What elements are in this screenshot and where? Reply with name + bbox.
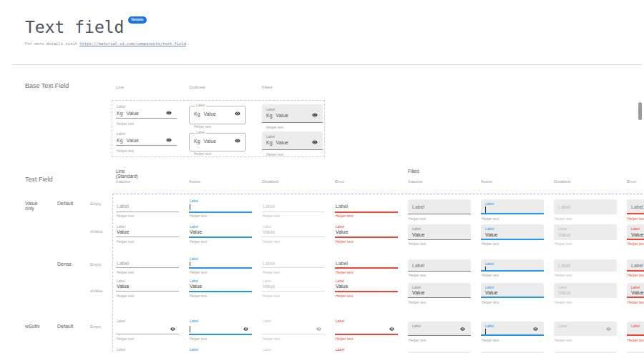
filled-box: LabelKgValue xyxy=(262,131,323,150)
underline xyxy=(116,118,177,119)
helper-text: Helper text xyxy=(263,294,280,298)
text-field-line-active-wsufix-wvalue[interactable]: LabelValueHelper text xyxy=(189,347,252,353)
base-field-filled-2[interactable]: LabelKgValueHelper text xyxy=(262,131,323,158)
text-field-line-disabled-default-empty[interactable]: LabelHelper text xyxy=(262,198,325,219)
text-field-line-inactive-wsufix-empty[interactable]: LabelHelper text xyxy=(116,318,179,342)
helper-text: Helper text xyxy=(628,242,644,246)
field-value-text: Value xyxy=(127,111,139,116)
text-field-line-active-dense-wvalue[interactable]: LabelValueHelper text xyxy=(189,278,252,299)
text-field-line-disabled-wsufix-empty[interactable]: LabelHelper text xyxy=(262,318,325,342)
text-field-filled-disabled-default-wvalue[interactable]: LabelValueHelper text xyxy=(554,224,617,247)
text-field-filled-disabled-wsufix-empty[interactable]: LabelHelper text xyxy=(554,322,617,344)
visibility-icon[interactable] xyxy=(312,139,318,145)
helper-text: Helper text xyxy=(190,270,207,274)
visibility-icon[interactable] xyxy=(170,327,175,332)
text-field-line-disabled-default-wvalue[interactable]: LabelValueHelper text xyxy=(262,224,325,245)
group-header-line: Line (Standard) xyxy=(116,169,138,179)
base-field-outlined-2[interactable]: LabelKgValueHelper text xyxy=(189,130,246,157)
filled-box: Label xyxy=(408,199,471,214)
helper-text: Helper text xyxy=(482,338,499,342)
scrollbar-thumb[interactable] xyxy=(638,102,642,120)
text-field-filled-inactive-default-empty[interactable]: LabelHelper text xyxy=(408,199,471,222)
text-field-line-error-default-wvalue[interactable]: LabelValueHelper text xyxy=(335,224,398,245)
text-field-line-disabled-dense-wvalue[interactable]: LabelValueHelper text xyxy=(262,278,325,299)
helper-text: Helper text xyxy=(482,273,499,277)
text-field-filled-active-dense-wvalue[interactable]: LabelValueHelper text xyxy=(481,283,544,306)
underline xyxy=(116,237,179,237)
visibility-icon[interactable] xyxy=(389,327,394,332)
text-field-line-error-dense-wvalue[interactable]: LabelValueHelper text xyxy=(335,278,398,299)
field-label: Label xyxy=(485,202,494,206)
text-field-line-active-dense-empty[interactable]: LabelHelper text xyxy=(189,256,252,276)
field-label: Label xyxy=(263,261,275,267)
text-field-line-inactive-dense-wvalue[interactable]: LabelValueHelper text xyxy=(116,278,179,299)
text-field-filled-active-dense-empty[interactable]: LabelHelper text xyxy=(481,259,544,279)
visibility-icon[interactable] xyxy=(235,138,240,144)
docs-link[interactable]: https://material-ui.com/components/text-… xyxy=(79,41,186,46)
text-field-filled-inactive-dense-wvalue[interactable]: LabelValueHelper text xyxy=(408,283,471,306)
text-field-filled-error-wsufix-empty[interactable]: LabelHelper text xyxy=(627,322,644,344)
helper-text: Helper text xyxy=(263,337,280,341)
field-label: Label xyxy=(263,347,271,352)
field-value: Value xyxy=(412,290,424,296)
text-field-line-active-wsufix-empty[interactable]: LabelHelper text xyxy=(189,318,252,342)
text-field-filled-disabled-dense-wvalue[interactable]: LabelValueHelper text xyxy=(554,283,617,306)
visibility-icon[interactable] xyxy=(243,327,248,332)
visibility-icon[interactable] xyxy=(606,327,611,332)
base-field-line-2[interactable]: LabelKgValueHelper text xyxy=(116,131,177,154)
filled-box: LabelValue xyxy=(627,283,644,298)
underline xyxy=(116,212,179,212)
field-value: KgValue xyxy=(266,140,288,146)
field-label: Label xyxy=(190,257,198,261)
base-field-outlined-1[interactable]: LabelKgValueHelper text xyxy=(189,103,246,130)
visibility-icon[interactable] xyxy=(312,112,318,118)
visibility-icon[interactable] xyxy=(166,110,172,116)
underline xyxy=(262,291,325,292)
text-field-filled-active-default-empty[interactable]: LabelHelper text xyxy=(481,199,544,222)
text-field-line-disabled-wsufix-wvalue[interactable]: LabelValueHelper text xyxy=(262,347,325,353)
text-field-line-inactive-default-wvalue[interactable]: LabelValueHelper text xyxy=(116,224,179,245)
underline xyxy=(189,291,252,292)
text-field-filled-disabled-dense-empty[interactable]: LabelHelper text xyxy=(554,259,617,279)
text-field-filled-disabled-default-empty[interactable]: LabelHelper text xyxy=(554,199,617,222)
underline xyxy=(189,267,252,269)
text-field-line-error-default-empty[interactable]: LabelHelper text xyxy=(335,198,398,219)
visibility-icon[interactable] xyxy=(166,137,172,143)
visibility-icon[interactable] xyxy=(533,327,538,332)
text-field-line-active-default-empty[interactable]: LabelHelper text xyxy=(189,198,252,219)
text-field-filled-error-dense-wvalue[interactable]: LabelValueHelper text xyxy=(627,283,644,306)
helper-text: Helper text xyxy=(555,273,572,277)
text-field-line-inactive-default-empty[interactable]: LabelHelper text xyxy=(116,198,179,219)
text-field-line-disabled-dense-empty[interactable]: LabelHelper text xyxy=(262,256,325,276)
field-value: Value xyxy=(558,232,570,238)
text-field-line-inactive-dense-empty[interactable]: LabelHelper text xyxy=(116,256,179,276)
grid-section-title: Text Field xyxy=(25,176,53,183)
text-field-filled-error-default-wvalue[interactable]: LabelValueHelper text xyxy=(627,224,644,247)
helper-text: Helper text xyxy=(117,337,134,341)
underline xyxy=(116,267,179,268)
text-field-line-error-wsufix-wvalue[interactable]: LabelValueHelper text xyxy=(335,347,398,353)
visibility-icon[interactable] xyxy=(460,327,465,332)
visibility-icon[interactable] xyxy=(316,327,321,332)
text-field-filled-error-default-empty[interactable]: LabelHelper text xyxy=(627,199,644,222)
text-field-filled-active-wsufix-empty[interactable]: LabelHelper text xyxy=(481,322,544,344)
text-field-line-active-default-wvalue[interactable]: LabelValueHelper text xyxy=(189,224,252,245)
base-field-line-1[interactable]: LabelKgValueHelper text xyxy=(116,104,177,126)
field-value: Value xyxy=(485,232,497,238)
helper-text: Helper text xyxy=(409,300,426,304)
text-field-filled-error-dense-empty[interactable]: LabelHelper text xyxy=(627,259,644,279)
text-field-filled-active-default-wvalue[interactable]: LabelValueHelper text xyxy=(481,224,544,247)
underline xyxy=(408,335,471,336)
text-field-line-error-wsufix-empty[interactable]: LabelHelper text xyxy=(335,318,398,342)
base-field-filled-1[interactable]: LabelKgValueHelper text xyxy=(262,104,323,131)
text-field-line-inactive-wsufix-wvalue[interactable]: LabelValueHelper text xyxy=(116,347,179,353)
filled-box: LabelValue xyxy=(481,283,544,298)
text-field-line-error-dense-empty[interactable]: LabelHelper text xyxy=(335,256,398,276)
underline xyxy=(116,291,179,292)
visibility-icon[interactable] xyxy=(235,111,240,116)
text-field-filled-inactive-dense-empty[interactable]: LabelHelper text xyxy=(408,259,471,279)
text-field-filled-inactive-default-wvalue[interactable]: LabelValueHelper text xyxy=(408,224,471,247)
filled-box: LabelValue xyxy=(481,224,544,240)
field-value-text: Value xyxy=(276,140,288,146)
text-field-filled-inactive-wsufix-empty[interactable]: LabelHelper text xyxy=(408,322,471,344)
